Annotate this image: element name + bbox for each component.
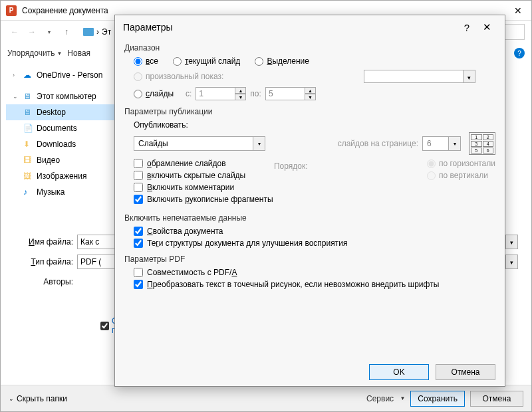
comments-checkbox[interactable]: Включить комментарии: [134, 183, 274, 192]
filename-dropdown-icon[interactable]: ▾: [506, 235, 518, 249]
path-segment: Эт: [102, 27, 111, 37]
tree-images[interactable]: 🖼 Изображения: [6, 168, 119, 184]
filetype-label: Тип файла:: [14, 257, 77, 266]
doc-props-checkbox[interactable]: Свойства документа: [134, 227, 495, 236]
hidden-checkbox[interactable]: включить скрытые слайды: [134, 171, 274, 180]
tree-music[interactable]: ♪ Музыка: [6, 184, 119, 200]
downloads-icon: ⬇: [23, 140, 33, 149]
tree-this-pc[interactable]: ⌄🖥 Этот компьютер: [6, 88, 119, 104]
custom-show-combo: [364, 70, 464, 83]
tree-documents[interactable]: 📄 Documents: [6, 120, 119, 136]
hide-folders-link[interactable]: Скрыть папки: [17, 394, 67, 403]
chevron-down-icon: ▾: [464, 70, 475, 83]
nav-back-icon[interactable]: ←: [7, 25, 22, 39]
breadcrumb[interactable]: › Эт: [83, 27, 111, 37]
bitmap-text-checkbox[interactable]: Преобразовать текст в точечный рисунок, …: [134, 280, 495, 289]
range-selection-radio[interactable]: Выделение: [255, 56, 309, 66]
frame-checkbox[interactable]: обрамление слайдов: [134, 159, 274, 168]
range-custom-radio: произвольный показ:: [134, 72, 223, 81]
from-spinner[interactable]: ▲▼: [196, 87, 246, 100]
new-folder-button[interactable]: Новая: [67, 49, 90, 58]
range-all-radio[interactable]: все: [134, 56, 158, 66]
tree-desktop[interactable]: 🖥 Desktop: [6, 104, 119, 120]
filetype-dropdown-icon[interactable]: ▾: [506, 255, 518, 269]
tree-onedrive[interactable]: ›☁ OneDrive - Person: [6, 67, 119, 83]
close-icon[interactable]: ✕: [505, 5, 531, 16]
order-vertical-radio: по вертикали: [427, 171, 495, 180]
close-icon[interactable]: ✕: [477, 21, 497, 33]
publish-combo[interactable]: Слайды: [134, 136, 253, 151]
cancel-button[interactable]: Отмена: [436, 364, 495, 380]
range-group: Диапазон все текущий слайд Выделение про…: [124, 43, 495, 100]
cancel-button[interactable]: Отмена: [470, 391, 523, 407]
chevron-down-icon: ▼: [57, 51, 62, 56]
tree-video[interactable]: 🎞 Видео: [6, 152, 119, 168]
desktop-icon: 🖥: [23, 108, 33, 117]
folder-icon: [83, 28, 94, 36]
nav-forward-icon[interactable]: →: [25, 25, 39, 39]
range-slides-radio[interactable]: слайды: [134, 89, 174, 98]
music-icon: ♪: [23, 187, 33, 197]
spin-up-icon: ▲: [305, 87, 316, 94]
to-spinner[interactable]: ▲▼: [265, 87, 316, 100]
modal-titlebar: Параметры ? ✕: [115, 15, 505, 39]
video-icon: 🎞: [23, 155, 33, 165]
authors-label: Авторы:: [14, 277, 77, 286]
spin-down-icon: ▼: [305, 94, 316, 100]
chevron-down-icon[interactable]: ▾: [253, 136, 265, 151]
modal-title: Параметры: [123, 22, 457, 33]
publish-group: Параметры публикации Опубликовать: Слайд…: [124, 107, 495, 207]
organize-button[interactable]: Упорядочить▼: [7, 49, 62, 58]
tree-downloads[interactable]: ⬇ Downloads: [6, 136, 119, 152]
layout-preview-icon: 123456: [469, 132, 495, 155]
chevron-down-icon[interactable]: ⌄: [9, 395, 14, 402]
chevron-down-icon: ▾: [449, 136, 461, 151]
order-horizontal-radio: по горизонтали: [427, 159, 495, 168]
ink-checkbox[interactable]: Включить рукописные фрагменты: [134, 195, 274, 204]
range-current-radio[interactable]: текущий слайд: [173, 56, 240, 66]
perpage-combo: 6: [422, 136, 449, 151]
powerpoint-icon: P: [6, 5, 17, 16]
parameters-dialog: Параметры ? ✕ Диапазон все текущий слайд…: [114, 15, 505, 387]
images-icon: 🖼: [23, 171, 33, 181]
monitor-icon: 🖥: [23, 92, 33, 101]
chevron-down-icon[interactable]: ▾: [42, 25, 57, 39]
ok-button[interactable]: OK: [369, 364, 429, 380]
service-button[interactable]: Сервис ▼: [366, 394, 405, 403]
nav-up-icon[interactable]: ↑: [59, 25, 74, 39]
documents-icon: 📄: [23, 124, 33, 133]
bottom-bar: ⌄ Скрыть папки Сервис ▼ Сохранить Отмена: [1, 385, 531, 411]
nonprint-group: Включить непечатаемые данные Свойства до…: [124, 213, 495, 248]
structure-tags-checkbox[interactable]: Теги структуры документа для улучшения в…: [134, 239, 495, 248]
folder-tree: ›☁ OneDrive - Person ⌄🖥 Этот компьютер 🖥…: [6, 67, 119, 200]
pdf-group: Параметры PDF Совместимость с PDF/A Прео…: [124, 255, 495, 289]
dialog-title: Сохранение документа: [22, 6, 505, 15]
filename-label: Имя файла:: [14, 237, 77, 247]
help-icon[interactable]: ?: [457, 22, 477, 33]
modal-footer: OK Отмена: [115, 358, 505, 386]
cloud-icon: ☁: [23, 70, 33, 80]
pdfa-checkbox[interactable]: Совместимость с PDF/A: [134, 268, 495, 277]
help-icon[interactable]: ?: [514, 48, 525, 58]
save-button[interactable]: Сохранить: [410, 391, 465, 407]
chevron-down-icon: ▼: [400, 395, 405, 401]
spin-down-icon: ▼: [235, 94, 246, 100]
spin-up-icon: ▲: [235, 87, 246, 94]
